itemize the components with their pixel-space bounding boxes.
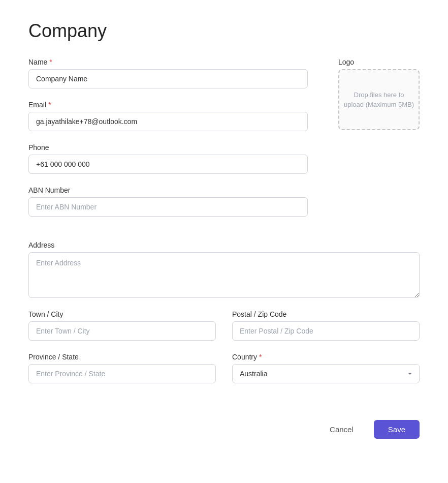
email-label: Email * — [28, 101, 308, 109]
province-input[interactable] — [28, 364, 216, 383]
phone-input[interactable] — [28, 155, 308, 174]
logo-label: Logo — [338, 58, 420, 66]
town-input[interactable] — [28, 321, 216, 341]
name-input[interactable] — [28, 69, 308, 88]
email-required-star: * — [48, 101, 51, 109]
country-group: Country * Australia New Zealand United S… — [232, 353, 420, 383]
address-group: Address — [28, 241, 420, 298]
province-label: Province / State — [28, 353, 216, 361]
top-row: Name * Email * Phone — [28, 58, 420, 217]
logo-upload-text: Drop files here to upload (Maximum 5MB) — [339, 86, 419, 114]
phone-group: Phone — [28, 143, 308, 174]
address-label: Address — [28, 241, 420, 249]
province-country-row: Province / State Country * Australia New… — [28, 353, 420, 383]
province-group: Province / State — [28, 353, 216, 383]
logo-column: Logo Drop files here to upload (Maximum … — [338, 58, 420, 130]
name-group: Name * — [28, 58, 308, 88]
abn-input[interactable] — [28, 197, 308, 217]
left-column: Name * Email * Phone — [28, 58, 308, 217]
name-label: Name * — [28, 58, 308, 66]
country-label: Country * — [232, 353, 420, 361]
town-postal-row: Town / City Postal / Zip Code — [28, 310, 420, 341]
page-title: Company — [28, 20, 420, 42]
spacer — [28, 229, 420, 241]
cancel-button[interactable]: Cancel — [317, 420, 366, 439]
name-required-star: * — [49, 58, 52, 66]
postal-label: Postal / Zip Code — [232, 310, 420, 318]
phone-label: Phone — [28, 143, 308, 152]
town-group: Town / City — [28, 310, 216, 341]
save-button[interactable]: Save — [374, 420, 420, 439]
abn-group: ABN Number — [28, 186, 308, 217]
country-required-star: * — [259, 353, 262, 361]
bottom-actions: Cancel Save — [28, 412, 420, 439]
page-container: Company Name * Email * — [0, 0, 448, 459]
abn-label: ABN Number — [28, 186, 308, 194]
email-input[interactable] — [28, 112, 308, 131]
postal-group: Postal / Zip Code — [232, 310, 420, 341]
town-label: Town / City — [28, 310, 216, 318]
company-form: Name * Email * Phone — [28, 58, 420, 439]
address-textarea[interactable] — [28, 252, 420, 298]
logo-upload-area[interactable]: Drop files here to upload (Maximum 5MB) — [338, 69, 420, 130]
email-group: Email * — [28, 101, 308, 131]
country-select[interactable]: Australia New Zealand United States Unit… — [232, 364, 420, 383]
postal-input[interactable] — [232, 321, 420, 341]
